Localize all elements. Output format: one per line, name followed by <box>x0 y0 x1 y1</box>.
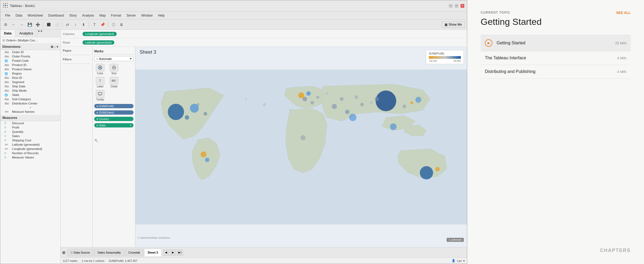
field-longitude-gen[interactable]: ⊕#Longitude (generated) <box>0 147 60 151</box>
menu-file[interactable]: File <box>3 13 12 18</box>
toolbar-swap-icon[interactable]: ⇄ <box>64 21 71 28</box>
tab-analytics[interactable]: Analytics <box>15 30 37 37</box>
close-button[interactable]: ✕ <box>461 4 464 8</box>
field-quantity[interactable]: #Quantity <box>0 130 60 134</box>
field-shipping-cost[interactable]: #Shipping Cost <box>0 138 60 142</box>
svg-rect-4 <box>5 5 6 6</box>
toolbar-new-icon[interactable]: ⚙ <box>2 21 9 28</box>
menu-server[interactable]: Server <box>124 13 138 18</box>
chapter-duration-0: 25 MIN <box>615 41 626 45</box>
field-order-id[interactable]: AbcOrder ID <box>0 50 60 54</box>
menu-window[interactable]: Window <box>139 13 155 18</box>
field-profit[interactable]: #Profit <box>0 125 60 130</box>
toolbar-forward-icon[interactable]: → <box>18 21 25 28</box>
marks-label-button[interactable]: T Label <box>94 77 106 88</box>
field-measure-values[interactable]: #Measure Values <box>0 155 60 160</box>
menu-analysis[interactable]: Analysis <box>80 13 96 18</box>
sidebar-options-icon[interactable]: ▾ ✕ <box>38 30 42 37</box>
field-postal-code[interactable]: 🌐Postal Code <box>0 59 60 63</box>
svg-point-31 <box>332 104 337 109</box>
sheet-nav-prev[interactable]: ◀ <box>163 250 169 255</box>
legend-box: SUM(Profit) -29,034 99,908 <box>426 50 464 64</box>
new-sheet-icon[interactable]: ⊞ <box>62 250 65 255</box>
toolbar-addds-icon[interactable]: ➕ <box>34 21 41 28</box>
field-region[interactable]: 🌐Region <box>0 71 60 76</box>
main-content: Data Analytics ▾ ✕ ⊞ Orders+ (Multiple C… <box>0 30 467 264</box>
toolbar-sort-asc-icon[interactable]: ↕ <box>72 21 79 28</box>
status-dropdown-icon[interactable]: ▾ <box>463 259 465 262</box>
svg-point-24 <box>376 91 396 111</box>
map-container[interactable]: Sheet 3 <box>135 47 467 247</box>
tab-data[interactable]: Data <box>0 30 15 37</box>
sidebar-tabs: Data Analytics ▾ ✕ <box>0 30 60 37</box>
marks-pill-sum-sales-text: SUM(Sales) <box>99 111 114 114</box>
field-product-id[interactable]: AbcProduct ID <box>0 63 60 67</box>
field-measure-names[interactable]: AbcMeasure Names <box>0 110 60 114</box>
svg-point-41 <box>415 97 421 103</box>
dimensions-sort-icon[interactable]: ↕ <box>54 45 56 49</box>
toolbar-redo-icon[interactable]: ⬜ <box>53 21 60 28</box>
toolbar-labels-icon[interactable]: T <box>91 21 98 28</box>
data-source-row[interactable]: ⊞ Orders+ (Multiple Con... <box>0 37 60 44</box>
field-discount[interactable]: #Discount <box>0 121 60 125</box>
restore-button[interactable]: □ <box>455 4 458 8</box>
field-state[interactable]: 🌐State <box>0 93 60 97</box>
chapter-item-0[interactable]: ▶ Getting Started 25 MIN <box>481 35 631 51</box>
menu-help[interactable]: Help <box>156 13 167 18</box>
field-product-name[interactable]: AbcProduct Name <box>0 67 60 71</box>
marks-pill-state-arrow: ▾ <box>130 124 131 127</box>
field-order-priority[interactable]: AbcOrder Priority <box>0 54 60 59</box>
title-bar-left: Tableau - Book1 <box>3 3 35 9</box>
marks-type-select[interactable]: ○ Automatic ▾ <box>94 56 133 61</box>
field-latitude-gen[interactable]: ⊕#Latitude (generated) <box>0 142 60 147</box>
chapter-item-1[interactable]: The Tableau Interface 4 MIN <box>481 51 631 65</box>
menu-format[interactable]: Format <box>109 13 123 18</box>
sheet-nav-next[interactable]: ▶ <box>170 250 176 255</box>
sheet-nav-end[interactable]: ▶| <box>177 250 183 255</box>
menu-map[interactable]: Map <box>97 13 108 18</box>
field-num-records[interactable]: #Number of Records <box>0 151 60 155</box>
field-dist-center[interactable]: AbcDistribution Center <box>0 101 60 106</box>
field-segment[interactable]: AbcSegment <box>0 80 60 84</box>
svg-rect-3 <box>5 7 6 8</box>
toolbar-fix-icon[interactable]: ⬡ <box>110 21 117 28</box>
tab-sales-seasonality[interactable]: Sales Seasonality <box>94 249 124 256</box>
toolbar-save-icon[interactable]: 💾 <box>26 21 33 28</box>
minimize-button[interactable]: ─ <box>449 4 453 8</box>
columns-pill[interactable]: Longitude (generated) <box>83 32 117 36</box>
marks-tooltip-button[interactable]: Tooltip <box>94 90 106 101</box>
field-sub-category[interactable]: AbcSub-Category <box>0 97 60 101</box>
menu-worksheet[interactable]: Worksheet <box>26 13 45 18</box>
field-ship-date[interactable]: AbcShip Date <box>0 84 60 88</box>
show-me-button[interactable]: ▦ Show Me <box>442 22 465 28</box>
columns-pill-text: Longitude (generated) <box>85 32 114 36</box>
rows-pill[interactable]: Latitude (generated) <box>83 40 114 45</box>
marks-size-button[interactable]: Size <box>108 64 120 75</box>
marks-pill-sum-profit[interactable]: ⊞ SUM(Profit) <box>94 104 133 108</box>
field-row-id[interactable]: AbcRow ID <box>0 76 60 80</box>
toolbar-device-icon[interactable]: 🖥 <box>118 21 125 28</box>
menu-story[interactable]: Story <box>67 13 79 18</box>
toolbar-sort-desc-icon[interactable]: ⬇ <box>80 21 87 28</box>
marks-pill-country[interactable]: ⊞ Country <box>94 117 133 121</box>
menu-dashboard[interactable]: Dashboard <box>46 13 66 18</box>
tab-crosstab[interactable]: Crosstab <box>125 249 144 256</box>
tab-data-source[interactable]: ⊡ Data Source <box>67 249 93 256</box>
chapter-item-2[interactable]: Distributing and Publishing 4 MIN <box>481 65 631 79</box>
toolbar-back-icon[interactable]: ← <box>10 21 17 28</box>
field-ship-mode[interactable]: AbcShip Mode <box>0 88 60 93</box>
marks-detail-button[interactable]: Detail <box>108 77 120 88</box>
dimensions-grid-icon[interactable]: ⊞ <box>51 45 53 49</box>
tableau-window: Tableau - Book1 ─ □ ✕ File Data Workshee… <box>0 0 467 264</box>
toolbar-undo-icon[interactable]: ⬛ <box>45 21 52 28</box>
marks-color-button[interactable]: Color <box>94 64 106 75</box>
field-sales[interactable]: #Sales <box>0 134 60 138</box>
see-all-link[interactable]: SEE ALL <box>616 11 631 15</box>
tab-sheet3[interactable]: Sheet 3 <box>144 249 162 256</box>
toolbar-pin-icon[interactable]: 📌 <box>99 21 106 28</box>
dimensions-scroll-icon[interactable]: ▾ <box>57 45 58 49</box>
menu-data[interactable]: Data <box>13 13 24 18</box>
marks-color-icon <box>96 64 104 71</box>
marks-pill-sum-sales[interactable]: ⊞ SUM(Sales) <box>94 110 133 115</box>
marks-pill-state[interactable]: ⊞ State ▾ <box>94 123 133 127</box>
